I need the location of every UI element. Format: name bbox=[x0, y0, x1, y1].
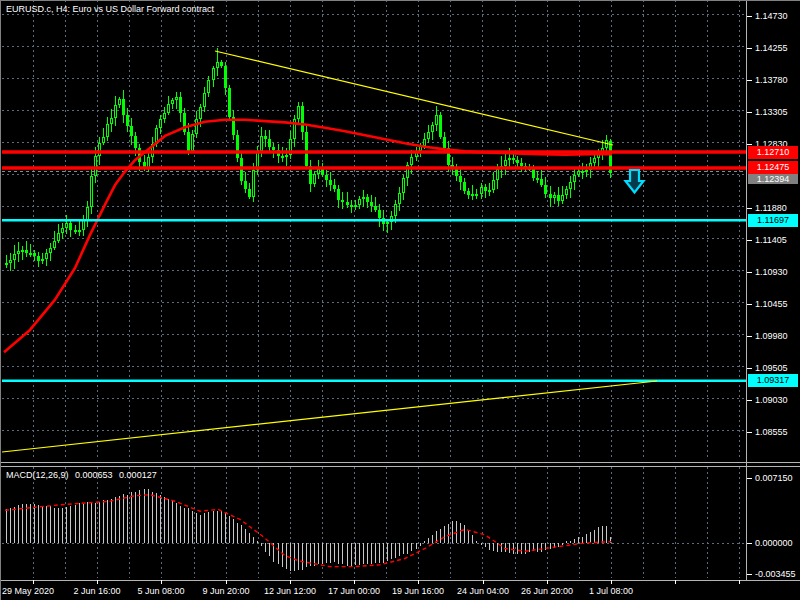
time-tick bbox=[483, 580, 484, 584]
time-tick-label: 12 Jun 12:00 bbox=[264, 586, 316, 596]
price-tick bbox=[747, 112, 752, 113]
price-tick bbox=[747, 368, 752, 369]
price-tick-label: 1.09030 bbox=[755, 395, 788, 405]
price-tick bbox=[747, 432, 752, 433]
price-tick bbox=[747, 240, 752, 241]
chart-objects-overlay bbox=[0, 0, 800, 600]
price-label-1.11697: 1.11697 bbox=[748, 214, 798, 227]
time-tick-label: 9 Jun 20:00 bbox=[202, 586, 249, 596]
time-tick bbox=[290, 580, 291, 584]
macd-label: MACD(12,26,9) 0.000653 0.000127 bbox=[6, 470, 157, 480]
price-tick-label: 1.13305 bbox=[755, 107, 788, 117]
time-tick-label: 26 Jun 20:00 bbox=[521, 586, 573, 596]
time-tick bbox=[675, 580, 676, 584]
price-tick bbox=[747, 16, 752, 17]
price-tick-label: 1.09980 bbox=[755, 331, 788, 341]
window-border-left bbox=[0, 0, 1, 600]
time-tick bbox=[547, 580, 548, 584]
macd-signal-line[interactable] bbox=[5, 495, 611, 567]
sell-arrow-icon[interactable] bbox=[626, 170, 644, 193]
price-tick bbox=[747, 80, 752, 81]
moving-average-line[interactable] bbox=[4, 120, 612, 353]
time-tick-label: 1 Jul 08:00 bbox=[589, 586, 633, 596]
time-tick bbox=[97, 580, 98, 584]
window-border-top bbox=[0, 0, 800, 1]
price-tick bbox=[747, 304, 752, 305]
price-tick-label: 1.10455 bbox=[755, 299, 788, 309]
trendline-ascending[interactable] bbox=[2, 381, 657, 452]
time-tick bbox=[739, 580, 740, 584]
time-tick bbox=[161, 580, 162, 584]
bid-price-label: 1.12394 bbox=[748, 174, 798, 184]
macd-current-value: 0.000653 bbox=[75, 470, 113, 480]
price-tick-label: 1.13780 bbox=[755, 75, 788, 85]
price-tick bbox=[747, 48, 752, 49]
price-tick-label: 1.14255 bbox=[755, 43, 788, 53]
time-tick bbox=[354, 580, 355, 584]
time-tick-label: 2 Jun 16:00 bbox=[73, 586, 120, 596]
price-tick-label: 1.08555 bbox=[755, 427, 788, 437]
price-label-1.09317: 1.09317 bbox=[748, 374, 798, 387]
pane-separator[interactable] bbox=[0, 462, 800, 467]
macd-signal-value: 0.000127 bbox=[119, 470, 157, 480]
time-tick-label: 17 Jun 00:00 bbox=[328, 586, 380, 596]
trendline-descending[interactable] bbox=[215, 51, 613, 145]
time-tick bbox=[226, 580, 227, 584]
chart-title-text: EURUSD.c, H4: Euro vs US Dollar Forward … bbox=[6, 4, 214, 14]
time-tick-label: 5 Jun 08:00 bbox=[137, 586, 184, 596]
macd-tick bbox=[747, 574, 752, 575]
price-tick-label: 1.10930 bbox=[755, 267, 788, 277]
time-tick bbox=[33, 580, 34, 584]
macd-tick bbox=[747, 478, 752, 479]
time-tick-label: 19 Jun 16:00 bbox=[392, 586, 444, 596]
time-axis[interactable]: 29 May 20202 Jun 16:005 Jun 08:009 Jun 2… bbox=[0, 581, 800, 600]
price-tick-label: 1.11880 bbox=[755, 203, 787, 213]
price-tick-label: 1.09505 bbox=[755, 363, 788, 373]
price-tick bbox=[747, 336, 752, 337]
price-label-1.12710: 1.12710 bbox=[748, 146, 798, 159]
macd-tick-label: -0.003455 bbox=[755, 569, 796, 579]
price-tick bbox=[747, 400, 752, 401]
time-tick bbox=[611, 580, 612, 584]
price-tick bbox=[747, 208, 752, 209]
price-tick-label: 1.11405 bbox=[755, 235, 787, 245]
macd-tick-label: 0.007150 bbox=[755, 473, 793, 483]
time-tick-label: 29 May 2020 bbox=[2, 586, 54, 596]
macd-tick-label: 0.000000 bbox=[755, 538, 793, 548]
price-label-1.12475: 1.12475 bbox=[748, 161, 798, 174]
time-tick-label: 24 Jun 04:00 bbox=[457, 586, 509, 596]
price-tick-label: 1.14730 bbox=[755, 11, 788, 21]
macd-indicator-name: MACD(12,26,9) bbox=[6, 470, 69, 480]
chart-window: 1.147301.142551.137801.133051.128301.118… bbox=[0, 0, 800, 600]
chart-title: EURUSD.c, H4: Euro vs US Dollar Forward … bbox=[6, 4, 214, 14]
price-tick bbox=[747, 144, 752, 145]
price-tick bbox=[747, 272, 752, 273]
macd-tick bbox=[747, 543, 752, 544]
price-axis[interactable]: 1.147301.142551.137801.133051.128301.118… bbox=[747, 0, 800, 580]
time-tick bbox=[418, 580, 419, 584]
